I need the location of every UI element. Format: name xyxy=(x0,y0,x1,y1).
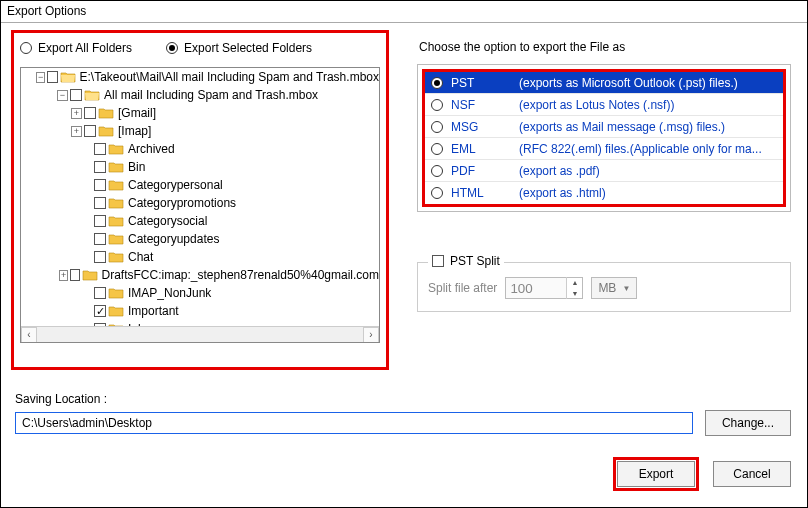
folder-icon xyxy=(108,232,124,246)
folder-icon xyxy=(82,268,98,282)
tree-row[interactable]: Chat xyxy=(21,248,379,266)
tree-checkbox[interactable] xyxy=(70,89,82,101)
tree-checkbox[interactable] xyxy=(94,143,106,155)
saving-location-label: Saving Location : xyxy=(15,392,791,406)
folder-icon xyxy=(108,196,124,210)
format-option-pst[interactable]: PST(exports as Microsoft Outlook (.pst) … xyxy=(425,72,783,94)
pst-split-checkbox[interactable] xyxy=(432,255,444,267)
split-size-input[interactable] xyxy=(506,278,566,298)
tree-checkbox[interactable] xyxy=(94,305,106,317)
folder-tree[interactable]: − E:\Takeout\Mail\All mail Including Spa… xyxy=(20,67,380,343)
format-desc: (RFC 822(.eml) files.(Applicable only fo… xyxy=(519,142,777,156)
folder-open-icon xyxy=(84,88,100,102)
tree-row[interactable]: Archived xyxy=(21,140,379,158)
tree-row[interactable]: Categorysocial xyxy=(21,212,379,230)
export-highlight: Export xyxy=(613,457,699,491)
folder-icon xyxy=(108,178,124,192)
folder-icon xyxy=(108,304,124,318)
radio-icon xyxy=(431,187,443,199)
format-code: MSG xyxy=(451,120,511,134)
tree-checkbox[interactable] xyxy=(94,161,106,173)
tree-checkbox[interactable] xyxy=(84,125,96,137)
choose-format-label: Choose the option to export the File as xyxy=(417,30,791,64)
radio-icon xyxy=(166,42,178,54)
cancel-button[interactable]: Cancel xyxy=(713,461,791,487)
scroll-right-icon[interactable]: › xyxy=(363,327,379,343)
tree-row[interactable]: IMAP_NonJunk xyxy=(21,284,379,302)
folder-icon xyxy=(108,214,124,228)
tree-checkbox[interactable] xyxy=(94,179,106,191)
split-unit-select[interactable]: MB ▼ xyxy=(591,277,637,299)
format-code: PST xyxy=(451,76,511,90)
tree-row[interactable]: Categorypersonal xyxy=(21,176,379,194)
export-selected-label: Export Selected Folders xyxy=(184,41,312,55)
tree-item-label: Categorysocial xyxy=(126,214,207,228)
format-desc: (export as Lotus Notes (.nsf)) xyxy=(519,98,777,112)
export-options-dialog: Export Options Export All Folders Export… xyxy=(0,0,808,508)
export-button[interactable]: Export xyxy=(617,461,695,487)
tree-item-label: Bin xyxy=(126,160,145,174)
expand-icon[interactable]: + xyxy=(71,126,82,137)
scroll-left-icon[interactable]: ‹ xyxy=(21,327,37,343)
tree-checkbox[interactable] xyxy=(47,71,57,83)
tree-item-label: Chat xyxy=(126,250,153,264)
tree-row[interactable]: Bin xyxy=(21,158,379,176)
export-all-radio[interactable]: Export All Folders xyxy=(20,41,132,55)
radio-icon xyxy=(431,99,443,111)
format-option-msg[interactable]: MSG(exports as Mail message (.msg) files… xyxy=(425,116,783,138)
format-box: PST(exports as Microsoft Outlook (.pst) … xyxy=(417,64,791,212)
step-up-icon[interactable]: ▲ xyxy=(567,277,582,288)
chevron-down-icon: ▼ xyxy=(622,284,630,293)
tree-checkbox[interactable] xyxy=(94,233,106,245)
change-button[interactable]: Change... xyxy=(705,410,791,436)
tree-checkbox[interactable] xyxy=(84,107,96,119)
format-desc: (exports as Microsoft Outlook (.pst) fil… xyxy=(519,76,777,90)
tree-row[interactable]: Categorypromotions xyxy=(21,194,379,212)
tree-row[interactable]: Categoryupdates xyxy=(21,230,379,248)
scope-radio-group: Export All Folders Export Selected Folde… xyxy=(14,33,386,65)
tree-row[interactable]: +[Gmail] xyxy=(21,104,379,122)
tree-checkbox[interactable] xyxy=(94,251,106,263)
folder-icon xyxy=(98,124,114,138)
export-selected-radio[interactable]: Export Selected Folders xyxy=(166,41,312,55)
format-option-nsf[interactable]: NSF(export as Lotus Notes (.nsf)) xyxy=(425,94,783,116)
tree-item-label: Categoryupdates xyxy=(126,232,219,246)
tree-row[interactable]: Important xyxy=(21,302,379,320)
format-option-pdf[interactable]: PDF(export as .pdf) xyxy=(425,160,783,182)
tree-row[interactable]: +DraftsFCC:imap:_stephen87renald50%40gma… xyxy=(21,266,379,284)
format-code: NSF xyxy=(451,98,511,112)
folder-icon xyxy=(108,160,124,174)
format-option-html[interactable]: HTML(export as .html) xyxy=(425,182,783,204)
step-down-icon[interactable]: ▼ xyxy=(567,288,582,299)
dialog-buttons: Export Cancel xyxy=(613,457,791,491)
radio-icon xyxy=(431,165,443,177)
split-unit-label: MB xyxy=(598,281,616,295)
tree-row[interactable]: +[Imap] xyxy=(21,122,379,140)
horizontal-scrollbar[interactable]: ‹ › xyxy=(21,326,379,342)
tree-item-label: IMAP_NonJunk xyxy=(126,286,211,300)
folder-icon xyxy=(98,106,114,120)
tree-item-label: [Imap] xyxy=(116,124,151,138)
tree-items: +[Gmail]+[Imap]ArchivedBinCategoryperson… xyxy=(21,104,379,326)
export-all-label: Export All Folders xyxy=(38,41,132,55)
format-desc: (export as .html) xyxy=(519,186,777,200)
tree-checkbox[interactable] xyxy=(70,269,80,281)
collapse-icon[interactable]: − xyxy=(57,90,68,101)
tree-item-label: DraftsFCC:imap:_stephen87renald50%40gmai… xyxy=(100,268,379,282)
expand-icon[interactable]: + xyxy=(59,270,68,281)
tree-checkbox[interactable] xyxy=(94,287,106,299)
tree-checkbox[interactable] xyxy=(94,215,106,227)
saving-path-input[interactable] xyxy=(15,412,693,434)
radio-icon xyxy=(20,42,32,54)
tree-item-label: Categorypromotions xyxy=(126,196,236,210)
split-size-stepper[interactable]: ▲▼ xyxy=(505,277,583,299)
collapse-icon[interactable]: − xyxy=(36,72,45,83)
format-option-eml[interactable]: EML(RFC 822(.eml) files.(Applicable only… xyxy=(425,138,783,160)
title-bar: Export Options xyxy=(1,1,807,23)
tree-child-label: All mail Including Spam and Trash.mbox xyxy=(102,88,318,102)
format-desc: (exports as Mail message (.msg) files.) xyxy=(519,120,777,134)
expand-icon[interactable]: + xyxy=(71,108,82,119)
tree-item-label: Archived xyxy=(126,142,175,156)
tree-item-label: Categorypersonal xyxy=(126,178,223,192)
tree-checkbox[interactable] xyxy=(94,197,106,209)
